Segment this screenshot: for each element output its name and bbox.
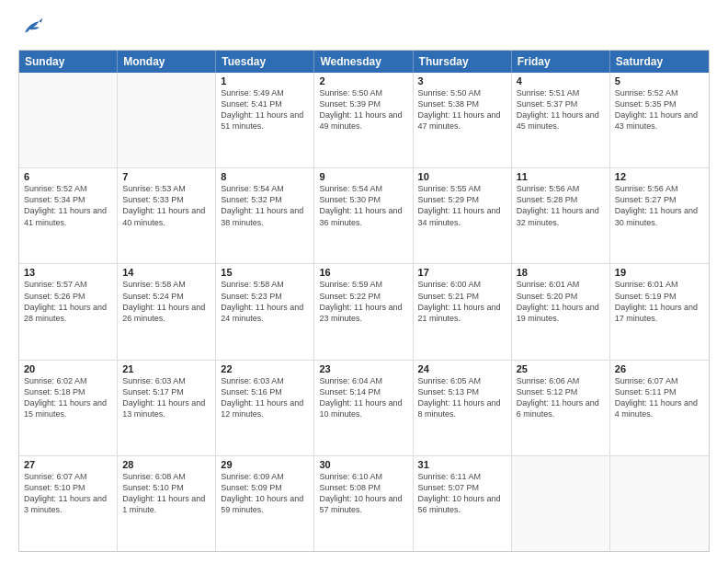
calendar-cell: 22Sunrise: 6:03 AM Sunset: 5:16 PM Dayli… bbox=[216, 361, 314, 455]
cell-details: Sunrise: 6:11 AM Sunset: 5:07 PM Dayligh… bbox=[418, 471, 506, 516]
calendar-cell: 28Sunrise: 6:08 AM Sunset: 5:10 PM Dayli… bbox=[118, 456, 216, 551]
cell-details: Sunrise: 6:01 AM Sunset: 5:20 PM Dayligh… bbox=[517, 279, 605, 324]
calendar-cell: 12Sunrise: 5:56 AM Sunset: 5:27 PM Dayli… bbox=[610, 168, 709, 263]
calendar-cell: 26Sunrise: 6:07 AM Sunset: 5:11 PM Dayli… bbox=[610, 361, 709, 455]
calendar-cell: 2Sunrise: 5:50 AM Sunset: 5:39 PM Daylig… bbox=[314, 73, 413, 167]
cell-details: Sunrise: 5:58 AM Sunset: 5:23 PM Dayligh… bbox=[221, 279, 309, 324]
day-number: 18 bbox=[517, 267, 605, 278]
calendar-cell: 1Sunrise: 5:49 AM Sunset: 5:41 PM Daylig… bbox=[216, 73, 314, 167]
cell-details: Sunrise: 6:10 AM Sunset: 5:08 PM Dayligh… bbox=[319, 471, 407, 516]
day-number: 15 bbox=[221, 267, 309, 278]
calendar-header-day: Wednesday bbox=[314, 51, 413, 73]
day-number: 11 bbox=[517, 171, 605, 182]
calendar-cell: 4Sunrise: 5:51 AM Sunset: 5:37 PM Daylig… bbox=[512, 73, 610, 167]
cell-details: Sunrise: 5:52 AM Sunset: 5:34 PM Dayligh… bbox=[24, 183, 112, 228]
cell-details: Sunrise: 6:04 AM Sunset: 5:14 PM Dayligh… bbox=[319, 375, 407, 420]
day-number: 27 bbox=[24, 459, 112, 470]
cell-details: Sunrise: 5:55 AM Sunset: 5:29 PM Dayligh… bbox=[418, 183, 506, 228]
calendar: SundayMondayTuesdayWednesdayThursdayFrid… bbox=[18, 50, 710, 552]
day-number: 10 bbox=[418, 171, 506, 182]
cell-details: Sunrise: 5:56 AM Sunset: 5:28 PM Dayligh… bbox=[517, 183, 605, 228]
calendar-cell: 18Sunrise: 6:01 AM Sunset: 5:20 PM Dayli… bbox=[512, 264, 610, 359]
calendar-cell: 13Sunrise: 5:57 AM Sunset: 5:26 PM Dayli… bbox=[19, 264, 118, 359]
cell-details: Sunrise: 5:59 AM Sunset: 5:22 PM Dayligh… bbox=[319, 279, 407, 324]
calendar-cell: 23Sunrise: 6:04 AM Sunset: 5:14 PM Dayli… bbox=[314, 361, 413, 455]
calendar-cell: 11Sunrise: 5:56 AM Sunset: 5:28 PM Dayli… bbox=[512, 168, 610, 263]
day-number: 22 bbox=[221, 363, 309, 374]
day-number: 4 bbox=[517, 75, 605, 86]
day-number: 5 bbox=[615, 75, 704, 86]
calendar-cell: 21Sunrise: 6:03 AM Sunset: 5:17 PM Dayli… bbox=[118, 361, 216, 455]
day-number: 13 bbox=[24, 267, 112, 278]
calendar-cell: 7Sunrise: 5:53 AM Sunset: 5:33 PM Daylig… bbox=[118, 168, 216, 263]
day-number: 16 bbox=[319, 267, 407, 278]
day-number: 29 bbox=[221, 459, 309, 470]
day-number: 26 bbox=[615, 363, 704, 374]
cell-details: Sunrise: 5:54 AM Sunset: 5:30 PM Dayligh… bbox=[319, 183, 407, 228]
day-number: 28 bbox=[122, 459, 210, 470]
calendar-cell bbox=[118, 73, 216, 167]
calendar-cell: 27Sunrise: 6:07 AM Sunset: 5:10 PM Dayli… bbox=[19, 456, 118, 551]
calendar-cell: 20Sunrise: 6:02 AM Sunset: 5:18 PM Dayli… bbox=[19, 361, 118, 455]
day-number: 3 bbox=[418, 75, 506, 86]
calendar-cell bbox=[512, 456, 610, 551]
calendar-cell: 8Sunrise: 5:54 AM Sunset: 5:32 PM Daylig… bbox=[216, 168, 314, 263]
calendar-cell: 3Sunrise: 5:50 AM Sunset: 5:38 PM Daylig… bbox=[414, 73, 512, 167]
day-number: 25 bbox=[517, 363, 605, 374]
day-number: 23 bbox=[319, 363, 407, 374]
cell-details: Sunrise: 6:01 AM Sunset: 5:19 PM Dayligh… bbox=[615, 279, 704, 324]
day-number: 6 bbox=[24, 171, 112, 182]
calendar-cell: 24Sunrise: 6:05 AM Sunset: 5:13 PM Dayli… bbox=[414, 361, 512, 455]
header bbox=[18, 15, 710, 40]
cell-details: Sunrise: 5:50 AM Sunset: 5:39 PM Dayligh… bbox=[319, 87, 407, 132]
calendar-cell bbox=[19, 73, 118, 167]
cell-details: Sunrise: 6:00 AM Sunset: 5:21 PM Dayligh… bbox=[418, 279, 506, 324]
day-number: 1 bbox=[221, 75, 309, 86]
day-number: 14 bbox=[122, 267, 210, 278]
day-number: 20 bbox=[24, 363, 112, 374]
cell-details: Sunrise: 5:57 AM Sunset: 5:26 PM Dayligh… bbox=[24, 279, 112, 324]
cell-details: Sunrise: 6:06 AM Sunset: 5:12 PM Dayligh… bbox=[517, 375, 605, 420]
calendar-row: 6Sunrise: 5:52 AM Sunset: 5:34 PM Daylig… bbox=[19, 168, 709, 264]
calendar-body: 1Sunrise: 5:49 AM Sunset: 5:41 PM Daylig… bbox=[19, 73, 709, 551]
calendar-header-day: Saturday bbox=[610, 51, 709, 73]
day-number: 9 bbox=[319, 171, 407, 182]
cell-details: Sunrise: 5:56 AM Sunset: 5:27 PM Dayligh… bbox=[615, 183, 704, 228]
calendar-row: 1Sunrise: 5:49 AM Sunset: 5:41 PM Daylig… bbox=[19, 73, 709, 168]
calendar-cell: 17Sunrise: 6:00 AM Sunset: 5:21 PM Dayli… bbox=[414, 264, 512, 359]
cell-details: Sunrise: 6:03 AM Sunset: 5:16 PM Dayligh… bbox=[221, 375, 309, 420]
cell-details: Sunrise: 6:03 AM Sunset: 5:17 PM Dayligh… bbox=[122, 375, 210, 420]
calendar-cell: 29Sunrise: 6:09 AM Sunset: 5:09 PM Dayli… bbox=[216, 456, 314, 551]
cell-details: Sunrise: 5:54 AM Sunset: 5:32 PM Dayligh… bbox=[221, 183, 309, 228]
cell-details: Sunrise: 5:50 AM Sunset: 5:38 PM Dayligh… bbox=[418, 87, 506, 132]
calendar-cell: 6Sunrise: 5:52 AM Sunset: 5:34 PM Daylig… bbox=[19, 168, 118, 263]
calendar-cell: 31Sunrise: 6:11 AM Sunset: 5:07 PM Dayli… bbox=[414, 456, 512, 551]
cell-details: Sunrise: 5:49 AM Sunset: 5:41 PM Dayligh… bbox=[221, 87, 309, 132]
calendar-header-day: Tuesday bbox=[216, 51, 314, 73]
calendar-row: 13Sunrise: 5:57 AM Sunset: 5:26 PM Dayli… bbox=[19, 264, 709, 360]
day-number: 19 bbox=[615, 267, 704, 278]
cell-details: Sunrise: 5:58 AM Sunset: 5:24 PM Dayligh… bbox=[122, 279, 210, 324]
day-number: 17 bbox=[418, 267, 506, 278]
calendar-cell: 15Sunrise: 5:58 AM Sunset: 5:23 PM Dayli… bbox=[216, 264, 314, 359]
day-number: 8 bbox=[221, 171, 309, 182]
day-number: 21 bbox=[122, 363, 210, 374]
logo bbox=[18, 15, 48, 40]
cell-details: Sunrise: 6:07 AM Sunset: 5:11 PM Dayligh… bbox=[615, 375, 704, 420]
calendar-header-day: Sunday bbox=[19, 51, 118, 73]
day-number: 7 bbox=[122, 171, 210, 182]
calendar-header-day: Friday bbox=[512, 51, 610, 73]
calendar-cell: 10Sunrise: 5:55 AM Sunset: 5:29 PM Dayli… bbox=[414, 168, 512, 263]
cell-details: Sunrise: 5:53 AM Sunset: 5:33 PM Dayligh… bbox=[122, 183, 210, 228]
day-number: 31 bbox=[418, 459, 506, 470]
calendar-header-day: Monday bbox=[118, 51, 216, 73]
cell-details: Sunrise: 6:07 AM Sunset: 5:10 PM Dayligh… bbox=[24, 471, 112, 516]
calendar-cell: 9Sunrise: 5:54 AM Sunset: 5:30 PM Daylig… bbox=[314, 168, 413, 263]
cell-details: Sunrise: 6:09 AM Sunset: 5:09 PM Dayligh… bbox=[221, 471, 309, 516]
day-number: 30 bbox=[319, 459, 407, 470]
logo-icon bbox=[18, 15, 44, 40]
cell-details: Sunrise: 5:51 AM Sunset: 5:37 PM Dayligh… bbox=[517, 87, 605, 132]
cell-details: Sunrise: 6:05 AM Sunset: 5:13 PM Dayligh… bbox=[418, 375, 506, 420]
calendar-cell bbox=[610, 456, 709, 551]
calendar-cell: 16Sunrise: 5:59 AM Sunset: 5:22 PM Dayli… bbox=[314, 264, 413, 359]
